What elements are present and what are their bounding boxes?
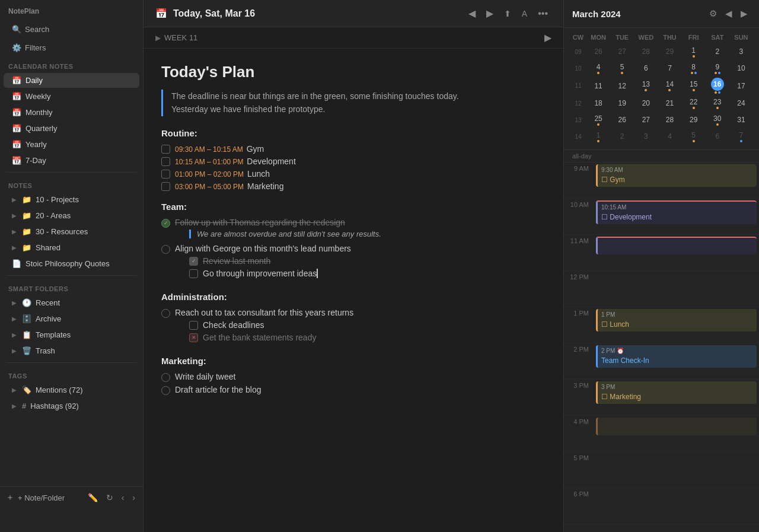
calendar-day-cell[interactable]: 3 bbox=[634, 128, 658, 145]
calendar-day-cell[interactable]: 27 bbox=[610, 43, 634, 60]
calendar-day-cell[interactable]: 21 bbox=[658, 95, 681, 112]
calendar-day-cell[interactable]: 2 bbox=[706, 43, 729, 60]
sidebar-item-weekly[interactable]: 📅 Weekly bbox=[4, 89, 139, 104]
sidebar-item-archive[interactable]: ▶ 🗄️ Archive bbox=[4, 311, 139, 326]
week-number: 09 bbox=[570, 47, 586, 56]
checkbox-done[interactable]: ✓ bbox=[189, 257, 198, 266]
checkbox[interactable] bbox=[189, 269, 198, 278]
calendar-day-cell[interactable]: 26 bbox=[610, 112, 634, 128]
calendar-day-cell[interactable]: 16 bbox=[706, 77, 729, 95]
sidebar-item-hashtags[interactable]: ▶ # Hashtags (92) bbox=[4, 399, 139, 413]
calendar-day-cell[interactable]: 2 bbox=[610, 128, 634, 145]
sidebar-item-mentions[interactable]: ▶ 🏷️ Mentions (72) bbox=[4, 383, 139, 397]
nav-forward-button[interactable]: ▶ bbox=[483, 6, 497, 21]
calendar-day-cell[interactable]: 24 bbox=[729, 95, 753, 112]
add-note-button[interactable]: ＋ + Note/Folder bbox=[6, 492, 65, 503]
checkbox[interactable] bbox=[161, 170, 170, 179]
toolbar-nav-forward-button[interactable]: › bbox=[130, 492, 138, 504]
calendar-day-cell[interactable]: 9 bbox=[706, 60, 729, 77]
calendar-day-cell[interactable]: 19 bbox=[610, 95, 634, 112]
checkbox[interactable] bbox=[161, 157, 170, 166]
sidebar-item-monthly[interactable]: 📅 Monthly bbox=[4, 105, 139, 120]
sidebar-item-yearly[interactable]: 📅 Yearly bbox=[4, 137, 139, 152]
calendar-day-cell[interactable]: 28 bbox=[658, 112, 681, 128]
circle-checkbox[interactable] bbox=[161, 373, 170, 382]
filters-button[interactable]: ⚙️ Filters bbox=[4, 40, 139, 56]
calendar-day-cell[interactable]: 25 bbox=[586, 112, 610, 128]
event-development-cont[interactable] bbox=[596, 237, 757, 254]
sidebar-item-recent[interactable]: ▶ 🕐 Recent bbox=[4, 295, 139, 310]
calendar-day-cell[interactable]: 14 bbox=[658, 78, 681, 94]
sidebar-item-daily[interactable]: 📅 Daily bbox=[4, 73, 139, 88]
font-button[interactable]: A bbox=[518, 7, 531, 20]
day-number: 26 bbox=[618, 116, 626, 124]
calendar-day-cell[interactable]: 31 bbox=[729, 112, 753, 128]
calendar-day-cell[interactable]: 30 bbox=[706, 112, 729, 128]
sidebar-item-stoic[interactable]: 📄 Stoic Philosophy Quotes bbox=[4, 256, 139, 271]
sidebar-item-trash[interactable]: ▶ 🗑️ Trash bbox=[4, 343, 139, 358]
share-button[interactable]: ⬆ bbox=[500, 7, 515, 20]
cal-prev-button[interactable]: ◀ bbox=[722, 7, 735, 20]
calendar-day-cell[interactable]: 28 bbox=[634, 43, 658, 60]
calendar-day-cell[interactable]: 7 bbox=[658, 60, 681, 77]
calendar-day-cell[interactable]: 4 bbox=[586, 60, 610, 77]
more-button[interactable]: ••• bbox=[534, 7, 551, 21]
day-dots bbox=[597, 72, 599, 74]
toolbar-refresh-button[interactable]: ↻ bbox=[104, 492, 116, 504]
event-gym[interactable]: 9:30 AM ☐ Gym bbox=[596, 164, 757, 187]
toolbar-nav-back-button[interactable]: ‹ bbox=[119, 492, 127, 504]
sidebar-item-7day[interactable]: 📆 7-Day bbox=[4, 153, 139, 168]
task-text: Write daily tweet bbox=[175, 372, 235, 381]
calendar-day-cell[interactable]: 1 bbox=[586, 128, 610, 145]
calendar-day-cell[interactable]: 5 bbox=[682, 128, 706, 145]
calendar-day-cell[interactable]: 23 bbox=[706, 95, 729, 112]
calendar-day-cell[interactable]: 1 bbox=[682, 43, 706, 60]
sidebar-item-templates[interactable]: ▶ 📋 Templates bbox=[4, 327, 139, 342]
calendar-day-cell[interactable]: 11 bbox=[586, 78, 610, 94]
nav-back-button[interactable]: ◀ bbox=[465, 6, 479, 21]
calendar-day-cell[interactable]: 17 bbox=[729, 78, 753, 94]
calendar-day-cell[interactable]: 13 bbox=[634, 78, 658, 94]
calendar-day-cell[interactable]: 10 bbox=[729, 60, 753, 77]
calendar-day-cell[interactable]: 27 bbox=[634, 112, 658, 128]
calendar-day-cell[interactable]: 12 bbox=[610, 78, 634, 94]
sidebar-item-areas[interactable]: ▶ 📁 20 - Areas bbox=[4, 208, 139, 223]
sidebar-item-quarterly[interactable]: 📅 Quarterly bbox=[4, 121, 139, 136]
sidebar-item-shared[interactable]: ▶ 📁 Shared bbox=[4, 240, 139, 255]
event-marketing[interactable]: 3 PM ☐ Marketing bbox=[596, 381, 757, 404]
calendar-day-cell[interactable]: 5 bbox=[610, 60, 634, 77]
cal-settings-button[interactable]: ⚙ bbox=[706, 7, 720, 20]
calendar-day-cell[interactable]: 7 bbox=[729, 128, 753, 145]
event-lunch[interactable]: 1 PM ☐ Lunch bbox=[596, 309, 757, 332]
event-time: 3 PM bbox=[601, 383, 753, 391]
toolbar-edit-button[interactable]: ✏️ bbox=[85, 492, 100, 504]
week-nav-right[interactable]: ▶ bbox=[544, 32, 551, 43]
calendar-day-cell[interactable]: 20 bbox=[634, 95, 658, 112]
calendar-day-cell[interactable]: 22 bbox=[682, 95, 706, 112]
checkbox[interactable] bbox=[189, 321, 198, 330]
calendar-day-cell[interactable]: 29 bbox=[658, 43, 681, 60]
calendar-day-cell[interactable]: 8 bbox=[682, 60, 706, 77]
calendar-day-cell[interactable]: 18 bbox=[586, 95, 610, 112]
checkbox[interactable] bbox=[161, 182, 170, 191]
sidebar-item-resources[interactable]: ▶ 📁 30 - Resources bbox=[4, 224, 139, 239]
event-development[interactable]: 10:15 AM ☐ Development bbox=[596, 200, 757, 224]
calendar-day-cell[interactable]: 29 bbox=[682, 112, 706, 128]
calendar-day-cell[interactable]: 6 bbox=[706, 128, 729, 145]
calendar-day-cell[interactable]: 15 bbox=[682, 78, 706, 94]
checkbox-x[interactable]: ✕ bbox=[189, 333, 198, 342]
checkbox[interactable] bbox=[161, 145, 170, 154]
search-button[interactable]: 🔍 Search bbox=[4, 21, 139, 37]
event-checkin[interactable]: 2 PM ⏰ Team Check-In bbox=[596, 345, 757, 368]
calendar-day-cell[interactable]: 26 bbox=[586, 43, 610, 60]
circle-checkbox[interactable] bbox=[161, 245, 170, 254]
cal-next-button[interactable]: ▶ bbox=[738, 7, 751, 20]
calendar-day-cell[interactable]: 4 bbox=[658, 128, 681, 145]
circle-checkbox[interactable] bbox=[161, 309, 170, 318]
calendar-day-cell[interactable]: 3 bbox=[729, 43, 753, 60]
circle-checkbox[interactable] bbox=[161, 386, 170, 395]
task-item: 03:00 PM – 05:00 PM Marketing bbox=[161, 181, 546, 191]
calendar-day-cell[interactable]: 6 bbox=[634, 60, 658, 77]
sidebar-item-projects[interactable]: ▶ 📁 10 - Projects bbox=[4, 192, 139, 207]
done-circle[interactable]: ✓ bbox=[161, 219, 170, 228]
